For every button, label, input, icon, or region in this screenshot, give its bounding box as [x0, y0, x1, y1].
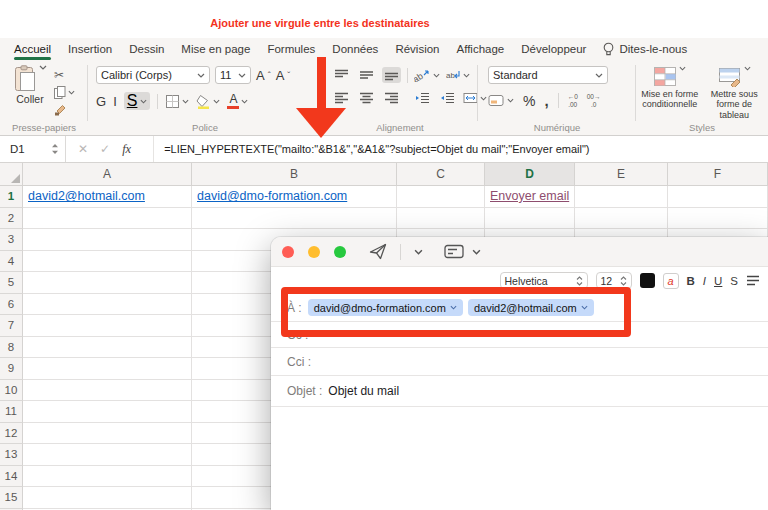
cell-A4[interactable]: [23, 251, 192, 273]
borders-button[interactable]: [165, 94, 189, 109]
enter-icon[interactable]: ✓: [100, 142, 110, 156]
mail-strikethrough-button[interactable]: S: [730, 275, 738, 287]
grow-font-button[interactable]: Aˆ: [256, 68, 271, 83]
highlight-color-button[interactable]: a: [663, 273, 679, 289]
cell-A10[interactable]: [23, 380, 192, 402]
tab-donnees[interactable]: Données: [332, 43, 378, 56]
cell-B2[interactable]: [192, 208, 397, 230]
close-window-button[interactable]: [282, 246, 294, 258]
percent-style-button[interactable]: %: [523, 93, 535, 109]
cut-button[interactable]: ✂: [54, 68, 75, 82]
row-header-10[interactable]: 10: [0, 380, 23, 402]
cell-D2[interactable]: [485, 208, 575, 230]
align-center-button[interactable]: [357, 90, 376, 106]
subject-field[interactable]: Objet : Objet du mail: [271, 376, 768, 406]
cancel-icon[interactable]: ✕: [78, 142, 88, 156]
wrap-text-button[interactable]: ab: [446, 69, 470, 82]
cell-C2[interactable]: [397, 208, 485, 230]
cell-A2[interactable]: [23, 208, 192, 230]
cell-E2[interactable]: [575, 208, 668, 230]
column-header-A[interactable]: A: [23, 163, 192, 186]
name-box-stepper-icon[interactable]: [51, 143, 59, 155]
align-middle-button[interactable]: [357, 67, 376, 83]
cell-F2[interactable]: [668, 208, 768, 230]
column-header-D[interactable]: D: [485, 163, 575, 186]
header-fields-button[interactable]: [444, 244, 465, 259]
cell-A7[interactable]: [23, 315, 192, 337]
send-options-chevron[interactable]: [414, 249, 423, 255]
column-header-B[interactable]: B: [192, 163, 397, 186]
tab-revision[interactable]: Révision: [395, 43, 439, 56]
cell-A3[interactable]: [23, 229, 192, 251]
column-header-E[interactable]: E: [575, 163, 668, 186]
tab-insertion[interactable]: Insertion: [68, 43, 112, 56]
row-header-7[interactable]: 7: [0, 315, 23, 337]
font-color-button[interactable]: A: [227, 93, 248, 109]
cell-D1[interactable]: Envoyer email: [485, 186, 575, 208]
tab-affichage[interactable]: Affichage: [456, 43, 504, 56]
tab-accueil[interactable]: Accueil: [14, 43, 51, 56]
decrease-indent-button[interactable]: [413, 90, 432, 106]
copy-button[interactable]: [54, 85, 75, 99]
fill-color-button[interactable]: [196, 94, 220, 109]
font-size-select[interactable]: 11: [215, 66, 251, 84]
row-header-2[interactable]: 2: [0, 208, 23, 230]
row-header-3[interactable]: 3: [0, 229, 23, 251]
cell-A13[interactable]: [23, 444, 192, 466]
cell-A9[interactable]: [23, 358, 192, 380]
insert-function-icon[interactable]: fx: [122, 142, 131, 157]
header-fields-chevron[interactable]: [472, 249, 481, 255]
select-all-corner[interactable]: [0, 163, 23, 186]
cell-F1[interactable]: [668, 186, 768, 208]
tab-developpeur[interactable]: Développeur: [521, 43, 586, 56]
cell-C1[interactable]: [397, 186, 485, 208]
row-header-5[interactable]: 5: [0, 272, 23, 294]
increase-decimal-button[interactable]: ←0.00: [568, 93, 578, 107]
font-color-swatch[interactable]: [640, 273, 655, 288]
name-box[interactable]: D1: [0, 136, 66, 162]
italic-button[interactable]: I: [113, 94, 117, 109]
mail-body[interactable]: [271, 407, 768, 507]
row-header-11[interactable]: 11: [0, 401, 23, 423]
mail-underline-button[interactable]: U: [714, 275, 722, 287]
number-format-select[interactable]: Standard: [488, 66, 608, 84]
column-header-C[interactable]: C: [397, 163, 485, 186]
bold-button[interactable]: G: [96, 94, 106, 109]
font-family-select[interactable]: Calibri (Corps): [96, 66, 210, 84]
tab-mise-en-page[interactable]: Mise en page: [181, 43, 250, 56]
bcc-field[interactable]: Cci :: [271, 348, 768, 375]
cell-A15[interactable]: [23, 487, 192, 509]
cell-A1[interactable]: david2@hotmail.com: [23, 186, 192, 208]
row-header-4[interactable]: 4: [0, 251, 23, 273]
row-header-1[interactable]: 1: [0, 186, 23, 208]
row-header-9[interactable]: 9: [0, 358, 23, 380]
align-top-button[interactable]: [332, 67, 351, 83]
row-header-13[interactable]: 13: [0, 444, 23, 466]
row-header-8[interactable]: 8: [0, 337, 23, 359]
formula-input[interactable]: =LIEN_HYPERTEXTE("mailto:"&B1&","&A1&"?s…: [153, 136, 589, 162]
tell-me[interactable]: Dites-le-nous: [603, 42, 687, 57]
cell-B1[interactable]: david@dmo-formation.com: [192, 186, 397, 208]
cell-A6[interactable]: [23, 294, 192, 316]
accounting-format-button[interactable]: [488, 94, 514, 107]
cell-A14[interactable]: [23, 466, 192, 488]
text-orientation-button[interactable]: ab: [414, 69, 440, 82]
increase-indent-button[interactable]: [438, 90, 457, 106]
align-left-button[interactable]: [332, 90, 351, 106]
row-header-14[interactable]: 14: [0, 466, 23, 488]
tab-dessin[interactable]: Dessin: [129, 43, 164, 56]
cell-A12[interactable]: [23, 423, 192, 445]
cell-A5[interactable]: [23, 272, 192, 294]
cell-E1[interactable]: [575, 186, 668, 208]
mail-italic-button[interactable]: I: [703, 275, 706, 287]
column-header-F[interactable]: F: [668, 163, 768, 186]
comma-style-button[interactable]: ,: [544, 92, 548, 109]
row-header-6[interactable]: 6: [0, 294, 23, 316]
format-painter-button[interactable]: [54, 102, 75, 116]
send-button[interactable]: [369, 243, 387, 260]
row-header-15[interactable]: 15: [0, 487, 23, 509]
decrease-decimal-button[interactable]: 00→.0: [587, 93, 601, 107]
align-bottom-button[interactable]: [382, 67, 401, 83]
minimize-window-button[interactable]: [308, 246, 320, 258]
underline-button[interactable]: S: [124, 92, 151, 110]
